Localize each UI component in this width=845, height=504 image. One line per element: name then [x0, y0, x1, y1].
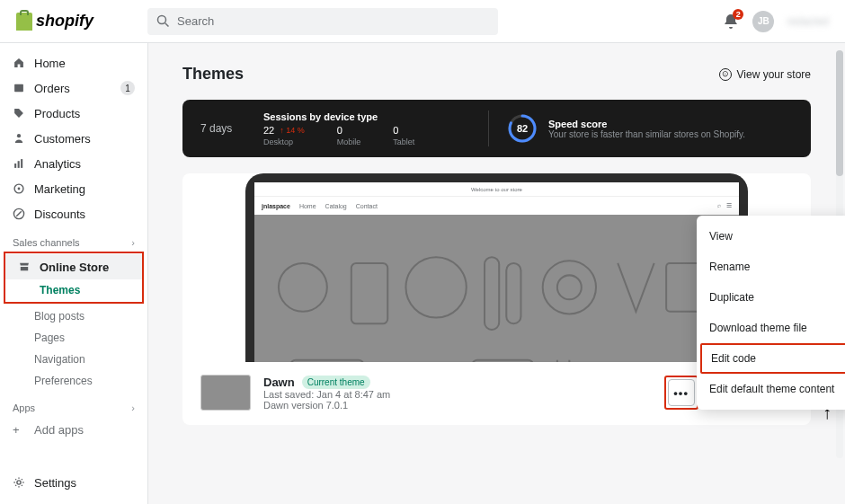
search-icon — [156, 14, 170, 28]
search-icon: ⌕ — [717, 202, 721, 209]
svg-point-19 — [543, 261, 596, 314]
divider — [488, 111, 489, 146]
sidebar-item-customers[interactable]: Customers — [0, 126, 147, 151]
main-content: Themes ⊙View your store 7 days Sessions … — [148, 43, 845, 504]
gear-icon — [13, 476, 25, 489]
svg-rect-18 — [506, 263, 520, 323]
device-mobile: 0Mobile — [337, 125, 361, 146]
avatar[interactable]: JB — [752, 11, 774, 32]
scroll-thumb[interactable] — [836, 50, 843, 176]
stats-card: 7 days Sessions by device type 22↑ 14 %D… — [182, 100, 811, 157]
eye-icon: ⊙ — [719, 68, 732, 81]
svg-point-11 — [17, 481, 21, 484]
svg-rect-6 — [21, 159, 22, 168]
theme-actions-dropdown: View Rename Duplicate Download theme fil… — [697, 216, 845, 410]
speed-score: 82 Speed score Your store is faster than… — [507, 113, 745, 144]
svg-rect-5 — [18, 161, 20, 168]
search-placeholder: Search — [177, 14, 214, 28]
annotation-more-button: ••• — [664, 376, 698, 410]
dropdown-download[interactable]: Download theme file — [697, 313, 845, 343]
sidebar-subitem-pages[interactable]: Pages — [0, 327, 147, 349]
annotation-online-store: Online Store Themes — [4, 252, 144, 304]
search-input[interactable]: Search — [147, 8, 498, 35]
sidebar-item-discounts[interactable]: Discounts — [0, 201, 147, 226]
view-store-link[interactable]: ⊙View your store — [719, 68, 811, 81]
dropdown-rename[interactable]: Rename — [697, 252, 845, 282]
sidebar-item-online-store[interactable]: Online Store — [5, 254, 142, 279]
shopify-bag-icon — [16, 13, 32, 31]
sidebar-item-orders[interactable]: Orders1 — [0, 75, 147, 101]
notification-count: 2 — [733, 9, 743, 20]
dropdown-duplicate[interactable]: Duplicate — [697, 282, 845, 313]
device-sessions: Sessions by device type 22↑ 14 %Desktop … — [263, 111, 470, 146]
svg-line-1 — [165, 23, 169, 27]
person-icon — [13, 132, 25, 145]
page-title: Themes — [182, 65, 244, 84]
chevron-right-icon: › — [131, 402, 135, 413]
tag-icon — [13, 107, 25, 119]
svg-rect-17 — [485, 257, 499, 330]
discount-icon — [13, 208, 25, 220]
notifications-bell[interactable]: 2 — [722, 13, 740, 31]
orders-badge: 1 — [120, 81, 135, 95]
topbar: shopify Search 2 JB redacted — [0, 0, 845, 43]
dropdown-edit-code[interactable]: Edit code — [700, 343, 845, 374]
preview-nav: jnlaspace Home Catalog Contact ⌕☰ — [254, 197, 739, 215]
user-name: redacted — [787, 15, 829, 28]
more-actions-button[interactable]: ••• — [668, 379, 695, 406]
theme-thumbnail[interactable] — [200, 375, 251, 411]
page-header: Themes ⊙View your store — [182, 65, 811, 84]
device-desktop: 22↑ 14 %Desktop — [263, 125, 305, 146]
svg-rect-15 — [351, 263, 387, 323]
bag-icon: ☰ — [726, 202, 732, 209]
svg-rect-2 — [14, 84, 23, 92]
preview-announce: Welcome to our store — [254, 182, 739, 197]
theme-preview[interactable]: Welcome to our store jnlaspace Home Cata… — [245, 173, 748, 362]
home-icon — [13, 57, 25, 69]
apps-header[interactable]: Apps› — [0, 392, 147, 417]
preview-hero — [254, 215, 739, 362]
svg-rect-4 — [14, 164, 16, 168]
sidebar: Home Orders1 Products Customers Analytic… — [0, 43, 148, 504]
stats-period: 7 days — [200, 122, 263, 135]
plus-icon: + — [13, 423, 25, 437]
orders-icon — [13, 82, 25, 94]
sidebar-item-settings[interactable]: Settings — [0, 470, 147, 495]
shopify-logo[interactable]: shopify — [16, 12, 93, 31]
svg-point-14 — [279, 263, 327, 312]
analytics-icon — [13, 157, 25, 170]
svg-point-16 — [405, 257, 466, 317]
device-tablet: 0Tablet — [393, 125, 414, 146]
target-icon — [13, 182, 25, 195]
sidebar-item-marketing[interactable]: Marketing — [0, 176, 147, 201]
dropdown-view[interactable]: View — [697, 221, 845, 252]
svg-rect-22 — [290, 360, 363, 362]
svg-line-10 — [16, 211, 22, 217]
current-theme-badge: Current theme — [302, 376, 370, 389]
sidebar-subitem-themes[interactable]: Themes — [5, 279, 142, 301]
chevron-right-icon: › — [131, 237, 135, 248]
sidebar-subitem-blog[interactable]: Blog posts — [0, 305, 147, 327]
brand-name: shopify — [36, 12, 93, 31]
topbar-right: 2 JB redacted — [722, 11, 829, 32]
dropdown-edit-content[interactable]: Edit default theme content — [697, 374, 845, 404]
svg-point-20 — [557, 275, 582, 299]
svg-rect-24 — [473, 360, 533, 362]
svg-point-3 — [17, 134, 21, 137]
theme-meta: DawnCurrent theme Last saved: Jan 4 at 8… — [263, 376, 390, 411]
speed-score-value: 82 — [507, 113, 538, 144]
sidebar-item-analytics[interactable]: Analytics — [0, 151, 147, 176]
sidebar-item-add-apps[interactable]: +Add apps — [0, 417, 147, 442]
sidebar-subitem-navigation[interactable]: Navigation — [0, 349, 147, 370]
sales-channels-header[interactable]: Sales channels› — [0, 226, 147, 252]
sidebar-subitem-preferences[interactable]: Preferences — [0, 370, 147, 392]
sidebar-item-home[interactable]: Home — [0, 50, 147, 75]
svg-point-0 — [158, 16, 166, 24]
svg-point-8 — [18, 188, 21, 190]
sidebar-item-products[interactable]: Products — [0, 101, 147, 126]
store-icon — [18, 261, 31, 273]
